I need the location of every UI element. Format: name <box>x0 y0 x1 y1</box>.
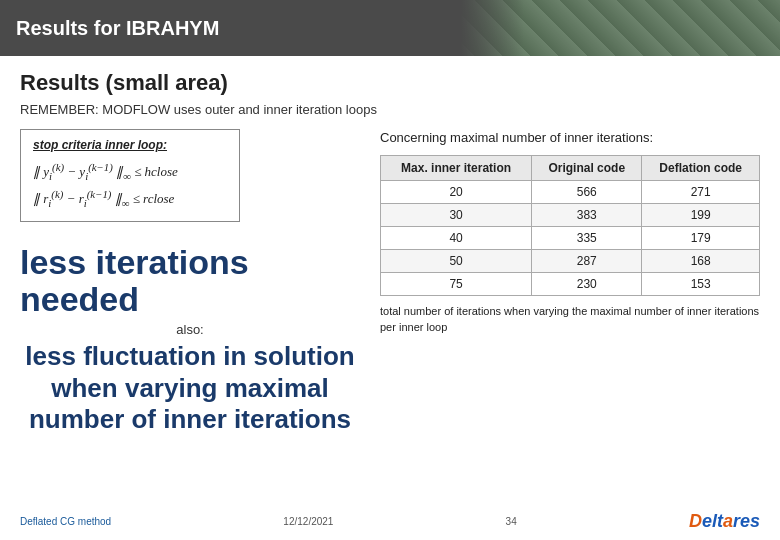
total-note: total number of iterations when varying … <box>380 304 760 335</box>
iterations-table: Max. inner iteration Original code Defla… <box>380 155 760 296</box>
table-cell: 230 <box>532 273 642 296</box>
footer-page: 34 <box>506 516 517 527</box>
table-cell: 30 <box>381 204 532 227</box>
page-title: Results (small area) <box>20 70 760 96</box>
table-cell: 75 <box>381 273 532 296</box>
table-row: 50287168 <box>381 250 760 273</box>
table-cell: 335 <box>532 227 642 250</box>
footer-date: 12/12/2021 <box>283 516 333 527</box>
stop-criteria-box: stop criteria inner loop: ‖ yi(k) − yi(k… <box>20 129 240 222</box>
footer: Deflated CG method 12/12/2021 34 Deltare… <box>20 511 760 532</box>
header-image <box>460 0 780 56</box>
table-cell: 40 <box>381 227 532 250</box>
content-area: stop criteria inner loop: ‖ yi(k) − yi(k… <box>20 129 760 435</box>
footer-method: Deflated CG method <box>20 516 111 527</box>
table-cell: 50 <box>381 250 532 273</box>
table-row: 75230153 <box>381 273 760 296</box>
table-cell: 153 <box>642 273 760 296</box>
table-cell: 199 <box>642 204 760 227</box>
concerning-text: Concerning maximal number of inner itera… <box>380 129 760 147</box>
table-cell: 168 <box>642 250 760 273</box>
table-cell: 383 <box>532 204 642 227</box>
also-label: also: <box>20 322 360 337</box>
header-title: Results for IBRAHYM <box>16 17 219 40</box>
less-fluctuation-heading: less fluctuation in solution when varyin… <box>20 341 360 435</box>
table-row: 40335179 <box>381 227 760 250</box>
stop-criteria-title: stop criteria inner loop: <box>33 138 227 152</box>
table-cell: 287 <box>532 250 642 273</box>
table-cell: 271 <box>642 181 760 204</box>
table-cell: 179 <box>642 227 760 250</box>
header: Results for IBRAHYM <box>0 0 780 56</box>
col-header-deflation: Deflation code <box>642 156 760 181</box>
formula-1: ‖ yi(k) − yi(k−1) ‖∞ ≤ hclose <box>33 158 227 185</box>
deltares-logo: Deltares <box>689 511 760 532</box>
table-cell: 20 <box>381 181 532 204</box>
col-header-original: Original code <box>532 156 642 181</box>
main-content: Results (small area) REMEMBER: MODFLOW u… <box>0 56 780 540</box>
table-row: 30383199 <box>381 204 760 227</box>
table-row: 20566271 <box>381 181 760 204</box>
subtitle: REMEMBER: MODFLOW uses outer and inner i… <box>20 102 760 117</box>
col-header-max-inner: Max. inner iteration <box>381 156 532 181</box>
table-cell: 566 <box>532 181 642 204</box>
less-iterations-heading: less iterations needed <box>20 244 360 319</box>
right-column: Concerning maximal number of inner itera… <box>380 129 760 335</box>
table-body: 2056627130383199403351795028716875230153 <box>381 181 760 296</box>
formula-2: ‖ ri(k) − ri(k−1) ‖∞ ≤ rclose <box>33 185 227 212</box>
left-column: stop criteria inner loop: ‖ yi(k) − yi(k… <box>20 129 360 435</box>
